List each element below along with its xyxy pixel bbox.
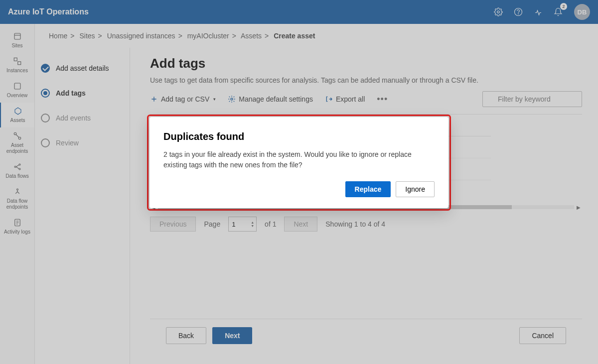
modal-highlight-box: Duplicates found 2 tags in your file alr…: [147, 115, 451, 211]
modal-overlay[interactable]: Duplicates found 2 tags in your file alr…: [0, 0, 598, 364]
dialog-body: 2 tags in your file already exist in the…: [163, 149, 435, 170]
dialog-title: Duplicates found: [163, 131, 435, 142]
replace-button[interactable]: Replace: [345, 181, 391, 197]
duplicates-dialog: Duplicates found 2 tags in your file alr…: [150, 117, 448, 208]
ignore-button[interactable]: Ignore: [396, 181, 435, 197]
